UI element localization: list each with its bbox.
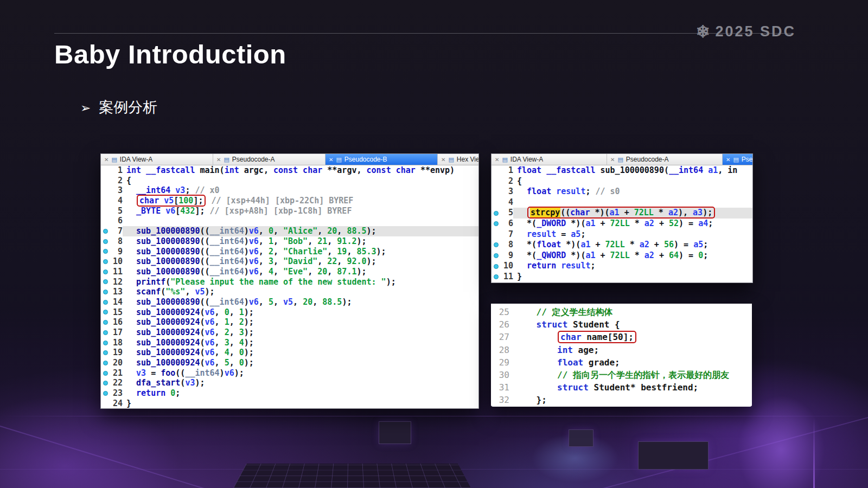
code-text: int __fastcall main(int argc, const char… <box>123 165 478 176</box>
tab-close-icon[interactable]: ✕ <box>726 157 730 163</box>
breakpoint-dot[interactable] <box>492 261 500 272</box>
code-token: 87.1 <box>337 267 356 277</box>
code-line[interactable]: 28 int age; <box>491 344 752 356</box>
breakpoint-dot[interactable] <box>101 378 110 388</box>
breakpoint-dot[interactable] <box>101 287 110 297</box>
code-token: , <box>273 267 283 277</box>
code-line[interactable]: 17 sub_100000924(v6, 2, 3); <box>101 328 478 338</box>
code-line[interactable]: 12 printf("Please input the name of the … <box>101 277 478 287</box>
code-token: 72LL <box>634 208 654 217</box>
tab-close-icon[interactable]: ✕ <box>104 157 108 163</box>
tab-ida-view-a[interactable]: ✕▤IDA View-A <box>101 154 213 165</box>
code-token: , <box>337 226 347 236</box>
tab-close-icon[interactable]: ✕ <box>216 157 221 163</box>
code-line[interactable]: 5 strcpy((char *)(a1 + 72LL * a2), a3); <box>492 208 752 219</box>
code-line[interactable]: 8 *(float *)(a1 + 72LL * a2 + 56) = a5; <box>492 240 752 251</box>
code-line[interactable]: 4 char v5[100]; // [xsp+44h] [xbp-22Ch] … <box>101 196 478 206</box>
breakpoint-dot[interactable] <box>492 251 500 261</box>
code-token: * <box>625 240 640 249</box>
code-line[interactable]: 22 dfa_start(v3); <box>101 378 478 388</box>
breakpoint-dot[interactable] <box>101 307 110 318</box>
code-line[interactable]: 27 char name[50]; <box>491 331 752 343</box>
code-token: , <box>229 307 239 317</box>
tab-hex-vie[interactable]: ✕▤Hex Vie <box>438 154 478 165</box>
code-line[interactable]: 6 <box>101 216 478 226</box>
code-token: 64 <box>669 251 679 260</box>
breakpoint-dot[interactable] <box>101 368 110 378</box>
breakpoint-dot[interactable] <box>101 267 110 277</box>
tab-close-icon[interactable]: ✕ <box>610 157 615 163</box>
code-line[interactable]: 11} <box>492 272 752 282</box>
code-line[interactable]: 19 sub_100000924(v6, 4, 0); <box>101 348 478 358</box>
code-line[interactable]: 32 }; <box>491 394 752 406</box>
breakpoint-dot[interactable] <box>101 277 110 287</box>
breakpoint-dot[interactable] <box>492 208 500 219</box>
breakpoint-dot[interactable] <box>101 226 110 236</box>
code-line[interactable]: 1int __fastcall main(int argc, const cha… <box>101 165 478 176</box>
code-line[interactable]: 25 // 定义学生结构体 <box>491 306 752 318</box>
tab-close-icon[interactable]: ✕ <box>441 157 445 163</box>
code-text: { <box>123 176 478 186</box>
tab-pse[interactable]: ✕▤Pse <box>723 154 752 165</box>
code-line[interactable]: 10 return result; <box>492 261 752 272</box>
code-line[interactable]: 31 struct Student* bestfriend; <box>491 381 752 394</box>
code-line[interactable]: 5 _BYTE v6[432]; // [xsp+A8h] [xbp-1C8h]… <box>101 206 478 216</box>
code-token <box>517 219 527 228</box>
code-line[interactable]: 10 sub_100000890((__int64)v6, 3, "David"… <box>101 256 478 267</box>
code-line[interactable]: 7 sub_100000890((__int64)v6, 0, "Alice",… <box>101 226 478 236</box>
breakpoint-dot[interactable] <box>101 256 110 267</box>
breakpoint-dot[interactable] <box>101 338 110 348</box>
code-line[interactable]: 14 sub_100000890((__int64)v6, 5, v5, 20,… <box>101 297 478 307</box>
tab-close-icon[interactable]: ✕ <box>329 157 333 163</box>
code-token: { <box>517 176 522 186</box>
breakpoint-dot[interactable] <box>101 358 110 368</box>
breakpoint-dot[interactable] <box>492 272 500 282</box>
code-token: , <box>215 358 225 368</box>
code-token: "%s" <box>165 287 185 297</box>
tab-pseudocode-a[interactable]: ✕▤Pseudocode-A <box>607 154 723 165</box>
code-line[interactable]: 2{ <box>492 176 752 187</box>
code-line[interactable]: 30 // 指向另一个学生的指针，表示最好的朋友 <box>491 369 752 381</box>
breakpoint-dot[interactable] <box>101 348 110 358</box>
code-line[interactable]: 24} <box>101 399 478 408</box>
code-token: , <box>259 297 269 307</box>
code-token: 3 <box>225 338 229 348</box>
code-line[interactable]: 20 sub_100000924(v6, 5, 0); <box>101 358 478 368</box>
code-token: { <box>126 176 131 185</box>
code-token: a1 <box>585 219 595 228</box>
tab-pseudocode-a[interactable]: ✕▤Pseudocode-A <box>213 154 326 165</box>
code-token: **envp <box>420 165 450 175</box>
code-line[interactable]: 13 scanf("%s", v5); <box>101 287 478 297</box>
code-line[interactable]: 2{ <box>101 176 478 186</box>
code-line[interactable]: 3 float result; // s0 <box>492 187 752 197</box>
code-line[interactable]: 9 sub_100000890((__int64)v6, 2, "Charlie… <box>101 247 478 257</box>
code-line[interactable]: 7 result = a5; <box>492 229 752 240</box>
breakpoint-dot[interactable] <box>492 219 500 229</box>
breakpoint-dot[interactable] <box>492 240 500 251</box>
code-line[interactable]: 8 sub_100000890((__int64)v6, 1, "Bob", 2… <box>101 236 478 247</box>
code-token: ; <box>175 388 180 398</box>
code-line[interactable]: 23 return 0; <box>101 388 478 399</box>
tab-pseudocode-b[interactable]: ✕▤Pseudocode-B <box>326 154 438 165</box>
tab-ida-view-a[interactable]: ✕▤IDA View-A <box>492 154 607 165</box>
code-line[interactable]: 29 float grade; <box>491 356 752 369</box>
breakpoint-dot[interactable] <box>101 297 110 307</box>
code-line[interactable]: 6 *(_DWORD *)(a1 + 72LL * a2 + 52) = a4; <box>492 219 752 229</box>
tab-close-icon[interactable]: ✕ <box>495 157 499 163</box>
code-line[interactable]: 11 sub_100000890((__int64)v6, 4, "Eve", … <box>101 267 478 277</box>
breakpoint-dot[interactable] <box>101 247 110 257</box>
code-line[interactable]: 15 sub_100000924(v6, 0, 1); <box>101 307 478 318</box>
breakpoint-dot[interactable] <box>101 236 110 247</box>
code-line[interactable]: 21 v3 = foo((__int64)v6); <box>101 368 478 378</box>
code-line[interactable]: 18 sub_100000924(v6, 3, 4); <box>101 338 478 348</box>
code-line[interactable]: 9 *(_QWORD *)(a1 + 72LL * a2 + 64) = 0; <box>492 251 752 261</box>
code-line[interactable]: 1float __fastcall sub_100000890(__int64 … <box>492 165 752 176</box>
breakpoint-dot[interactable] <box>101 317 110 328</box>
breakpoint-dot[interactable] <box>101 328 110 338</box>
code-line[interactable]: 26 struct Student { <box>491 318 752 331</box>
tab-label: IDA View-A <box>120 156 152 163</box>
code-line[interactable]: 16 sub_100000924(v6, 1, 2); <box>101 317 478 328</box>
code-token: = <box>556 229 571 239</box>
breakpoint-dot[interactable] <box>101 388 110 399</box>
line-number: 19 <box>110 348 123 358</box>
